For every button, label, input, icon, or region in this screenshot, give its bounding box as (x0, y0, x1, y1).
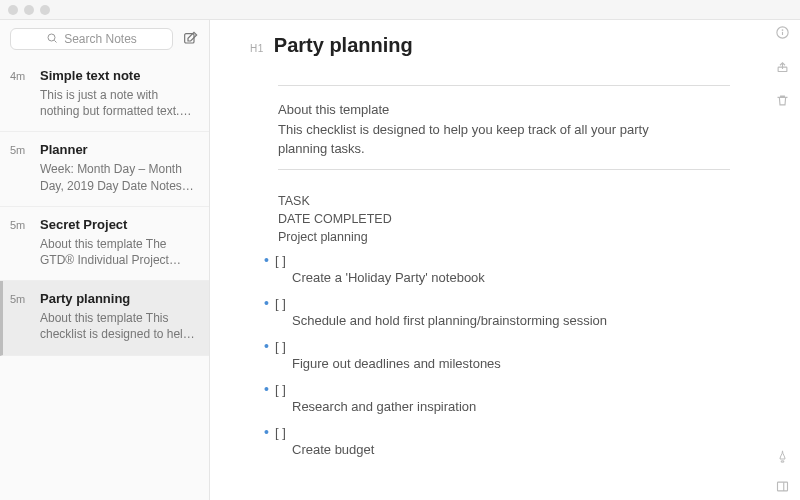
task-item[interactable]: •[ ]Research and gather inspiration (264, 381, 730, 414)
task-item[interactable]: •[ ]Schedule and hold first planning/bra… (264, 295, 730, 328)
note-time: 4m (10, 68, 32, 119)
info-icon[interactable] (774, 24, 790, 40)
task-checkbox[interactable]: [ ] (275, 339, 286, 354)
note-title: Party planning (40, 291, 197, 306)
task-label: Research and gather inspiration (292, 399, 730, 414)
svg-point-5 (782, 29, 783, 30)
note-list: 4mSimple text noteThis is just a note wi… (0, 58, 209, 500)
search-icon (46, 32, 58, 47)
zoom-traffic-light[interactable] (40, 5, 50, 15)
divider (278, 169, 730, 170)
bullet-icon: • (264, 338, 269, 354)
task-label: Figure out deadlines and milestones (292, 356, 730, 371)
task-checkbox[interactable]: [ ] (275, 382, 286, 397)
task-label: Create a 'Holiday Party' notebook (292, 270, 730, 285)
note-time: 5m (10, 142, 32, 193)
editor-pane: H1 Party planning About this template Th… (210, 20, 800, 500)
svg-rect-7 (777, 482, 787, 491)
note-preview: This is just a note with nothing but for… (40, 87, 197, 119)
task-checkbox[interactable]: [ ] (275, 253, 286, 268)
window-titlebar (0, 0, 800, 20)
task-checkbox[interactable]: [ ] (275, 296, 286, 311)
note-item[interactable]: 4mSimple text noteThis is just a note wi… (0, 58, 209, 132)
task-header-task: TASK (278, 192, 730, 210)
note-preview: About this template The GTD® Individual … (40, 236, 197, 268)
task-item[interactable]: •[ ]Create budget (264, 424, 730, 457)
note-title: Simple text note (40, 68, 197, 83)
sidebar-toggle-icon[interactable] (774, 478, 790, 494)
task-label: Create budget (292, 442, 730, 457)
task-label: Schedule and hold first planning/brainst… (292, 313, 730, 328)
svg-point-0 (48, 34, 55, 41)
task-header-section: Project planning (278, 228, 730, 246)
note-preview: Week: Month Day – Month Day, 2019 Day Da… (40, 161, 197, 193)
pen-icon[interactable] (774, 448, 790, 464)
note-title: Secret Project (40, 217, 197, 232)
task-item[interactable]: •[ ]Figure out deadlines and milestones (264, 338, 730, 371)
bullet-icon: • (264, 295, 269, 311)
note-item[interactable]: 5mPlannerWeek: Month Day – Month Day, 20… (0, 132, 209, 206)
note-title: Planner (40, 142, 197, 157)
bullet-icon: • (264, 252, 269, 268)
note-preview: About this template This checklist is de… (40, 310, 197, 342)
sidebar: Search Notes 4mSimple text noteThis is j… (0, 20, 210, 500)
task-item[interactable]: •[ ]Create a 'Holiday Party' notebook (264, 252, 730, 285)
note-time: 5m (10, 291, 32, 342)
note-item[interactable]: 5mSecret ProjectAbout this template The … (0, 207, 209, 281)
close-traffic-light[interactable] (8, 5, 18, 15)
heading-level-tag: H1 (250, 43, 264, 54)
search-input[interactable]: Search Notes (10, 28, 173, 50)
svg-line-1 (54, 40, 56, 42)
compose-button[interactable] (181, 30, 199, 48)
task-checkbox[interactable]: [ ] (275, 425, 286, 440)
minimize-traffic-light[interactable] (24, 5, 34, 15)
trash-icon[interactable] (774, 92, 790, 108)
search-placeholder: Search Notes (64, 32, 137, 46)
page-title[interactable]: Party planning (274, 34, 413, 57)
about-label: About this template (278, 102, 730, 117)
divider (278, 85, 730, 86)
share-icon[interactable] (774, 58, 790, 74)
bullet-icon: • (264, 381, 269, 397)
note-time: 5m (10, 217, 32, 268)
about-text[interactable]: This checklist is designed to help you k… (278, 121, 668, 159)
bullet-icon: • (264, 424, 269, 440)
task-header-date: DATE COMPLETED (278, 210, 730, 228)
note-item[interactable]: 5mParty planningAbout this template This… (0, 281, 209, 355)
